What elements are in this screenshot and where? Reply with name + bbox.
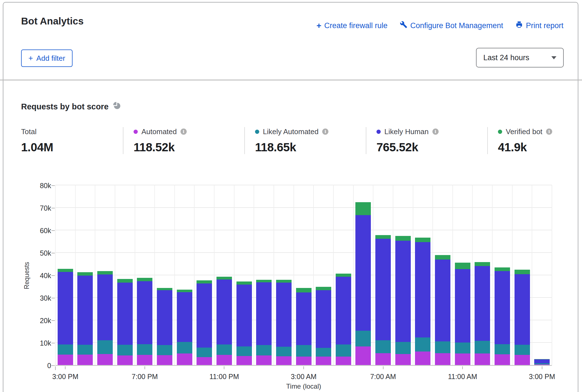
bar-segment-likely-human[interactable] — [435, 260, 450, 341]
bar-segment-verified-bot[interactable] — [137, 278, 152, 281]
bar-segment-automated[interactable] — [534, 364, 550, 365]
bar-segment-verified-bot[interactable] — [455, 263, 470, 269]
bar-segment-automated[interactable] — [177, 353, 192, 365]
bar-segment-automated[interactable] — [495, 354, 510, 365]
bar-segment-likely-human[interactable] — [495, 271, 510, 344]
bar-segment-likely-automated[interactable] — [256, 345, 272, 356]
bar-segment-verified-bot[interactable] — [197, 280, 212, 283]
bar-segment-automated[interactable] — [77, 355, 93, 365]
bar-segment-automated[interactable] — [395, 354, 411, 365]
bar-segment-likely-human[interactable] — [256, 282, 272, 345]
info-icon[interactable]: i — [181, 129, 187, 135]
info-icon[interactable]: i — [322, 129, 328, 135]
bar-segment-automated[interactable] — [216, 355, 232, 365]
bar[interactable] — [157, 288, 172, 365]
bar-segment-likely-automated[interactable] — [515, 345, 530, 355]
bar-segment-automated[interactable] — [117, 355, 133, 365]
bar-segment-likely-automated[interactable] — [375, 340, 391, 353]
bar-segment-likely-human[interactable] — [336, 277, 351, 344]
bar-segment-automated[interactable] — [197, 357, 212, 365]
configure-bot-management-link[interactable]: Configure Bot Management — [400, 21, 503, 30]
bar-segment-likely-human[interactable] — [177, 292, 192, 342]
print-report-link[interactable]: Print report — [515, 21, 563, 30]
bar-segment-automated[interactable] — [137, 355, 152, 365]
bar-segment-automated[interactable] — [375, 353, 391, 365]
bar-segment-likely-human[interactable] — [415, 242, 430, 337]
bar[interactable] — [256, 280, 272, 365]
bar-segment-verified-bot[interactable] — [117, 279, 133, 283]
bar-segment-likely-automated[interactable] — [395, 342, 411, 354]
bar-segment-likely-human[interactable] — [534, 359, 550, 363]
bar-segment-likely-human[interactable] — [316, 290, 331, 348]
bar-segment-automated[interactable] — [58, 355, 73, 365]
time-range-select[interactable]: Last 24 hours — [476, 48, 564, 67]
bar-segment-likely-automated[interactable] — [495, 344, 510, 354]
bar-segment-likely-human[interactable] — [137, 281, 152, 344]
bar-segment-likely-automated[interactable] — [197, 348, 212, 357]
bar-segment-likely-automated[interactable] — [316, 348, 331, 357]
bar-segment-verified-bot[interactable] — [475, 262, 490, 266]
bar-segment-likely-human[interactable] — [296, 292, 312, 345]
bar[interactable] — [495, 267, 510, 365]
info-icon[interactable]: i — [546, 129, 552, 135]
bar-segment-automated[interactable] — [276, 356, 292, 365]
bar-segment-likely-automated[interactable] — [455, 343, 470, 353]
bar-segment-likely-automated[interactable] — [157, 345, 172, 355]
bar-segment-likely-automated[interactable] — [117, 345, 133, 355]
bar-segment-likely-human[interactable] — [515, 274, 530, 345]
bar-segment-automated[interactable] — [97, 354, 113, 365]
bar-segment-verified-bot[interactable] — [256, 280, 272, 283]
bar-segment-likely-human[interactable] — [375, 239, 391, 340]
create-firewall-rule-link[interactable]: + Create firewall rule — [317, 21, 388, 30]
bar-segment-likely-human[interactable] — [97, 274, 113, 340]
bar-segment-likely-human[interactable] — [117, 283, 133, 345]
bar-segment-verified-bot[interactable] — [375, 235, 391, 239]
bar-segment-verified-bot[interactable] — [296, 288, 312, 292]
bar-segment-likely-human[interactable] — [58, 272, 73, 344]
bar-segment-verified-bot[interactable] — [157, 288, 172, 290]
bar-segment-automated[interactable] — [316, 357, 331, 365]
bar[interactable] — [435, 255, 450, 365]
bar-segment-likely-automated[interactable] — [177, 342, 192, 354]
bar-segment-likely-automated[interactable] — [355, 331, 371, 346]
bar[interactable] — [296, 288, 312, 365]
bar-segment-automated[interactable] — [236, 356, 252, 365]
bar-segment-verified-bot[interactable] — [177, 290, 192, 292]
bar-segment-automated[interactable] — [256, 355, 272, 365]
bar-segment-likely-human[interactable] — [395, 241, 411, 342]
bar-segment-likely-human[interactable] — [455, 269, 470, 343]
bar[interactable] — [197, 280, 212, 365]
bar-segment-likely-automated[interactable] — [97, 340, 113, 354]
bar-segment-verified-bot[interactable] — [236, 281, 252, 284]
bar[interactable] — [77, 272, 93, 365]
bar-segment-verified-bot[interactable] — [58, 269, 73, 272]
bar-segment-likely-automated[interactable] — [216, 344, 232, 355]
bar-segment-verified-bot[interactable] — [495, 267, 510, 271]
bar-segment-verified-bot[interactable] — [276, 280, 292, 283]
bar-segment-likely-automated[interactable] — [58, 344, 73, 355]
bar[interactable] — [534, 359, 550, 365]
bar-segment-likely-automated[interactable] — [336, 344, 351, 356]
bar-segment-verified-bot[interactable] — [77, 272, 93, 275]
bar[interactable] — [415, 238, 430, 365]
bar[interactable] — [455, 263, 470, 365]
bar-segment-verified-bot[interactable] — [515, 270, 530, 274]
bar[interactable] — [276, 280, 292, 365]
bar-segment-likely-human[interactable] — [276, 283, 292, 347]
bar-segment-automated[interactable] — [296, 357, 312, 365]
bar[interactable] — [137, 278, 152, 365]
bar-segment-verified-bot[interactable] — [355, 202, 371, 215]
bar[interactable] — [58, 269, 73, 365]
bar-segment-likely-human[interactable] — [216, 280, 232, 344]
bar-segment-automated[interactable] — [435, 353, 450, 365]
bar-segment-likely-human[interactable] — [157, 290, 172, 345]
bar-segment-likely-automated[interactable] — [475, 341, 490, 354]
bar[interactable] — [336, 274, 351, 365]
bar[interactable] — [216, 277, 232, 365]
bar-segment-likely-automated[interactable] — [435, 341, 450, 353]
bar-segment-automated[interactable] — [475, 353, 490, 365]
bar-segment-likely-automated[interactable] — [415, 337, 430, 352]
bar-segment-likely-automated[interactable] — [137, 344, 152, 355]
add-filter-button[interactable]: + Add filter — [21, 49, 73, 67]
bar-segment-verified-bot[interactable] — [435, 255, 450, 260]
